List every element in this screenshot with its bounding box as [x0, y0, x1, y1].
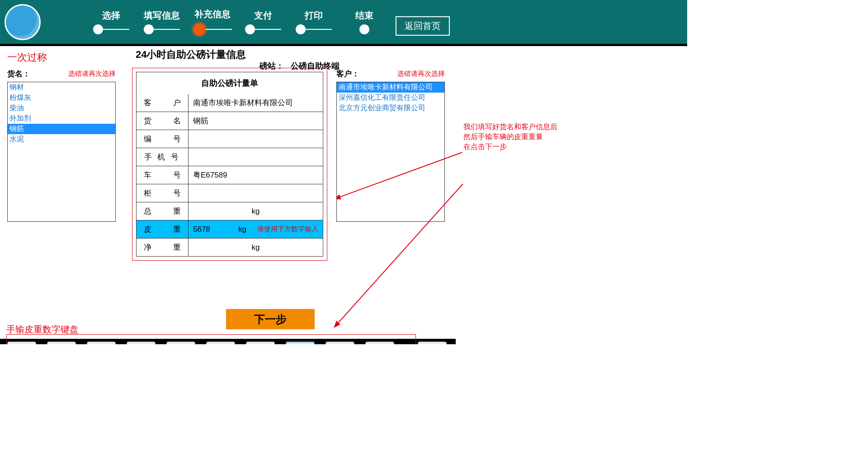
step-label: 填写信息 [144, 9, 180, 22]
step-fill-info: 填写信息 [137, 9, 187, 34]
goods-hint: 选错请再次选择 [68, 70, 116, 78]
serial-value[interactable] [189, 130, 323, 148]
key-backspace[interactable]: ← [418, 342, 447, 344]
step-indicator: 选择 填写信息 补充信息 支付 打印 结束 [86, 8, 390, 36]
row-container: 柜号 [136, 184, 323, 202]
step-label: 补充信息 [194, 8, 231, 20]
step-bubble-icon [193, 23, 206, 36]
tare-hint: 请使用下方数字输入 [257, 225, 318, 234]
customer-panel: 客户： 选错请再次选择 南通市埃唯卡新材料有限公司 深州嘉信化工有限责任公司 北… [336, 69, 445, 222]
step-select: 选择 [86, 9, 137, 34]
main-content: 一次过称 24小时自助公磅计量信息 磅站： 公磅自助终端 货名： 选错请再次选择… [0, 46, 687, 344]
phone-value[interactable] [189, 148, 323, 166]
list-item[interactable]: 深州嘉信化工有限责任公司 [337, 93, 444, 103]
page-title: 24小时自助公磅计量信息 [136, 48, 246, 61]
goods-value: 钢筋 [189, 112, 323, 130]
list-item[interactable]: 水泥 [8, 134, 115, 145]
key-1[interactable]: 1 [7, 342, 36, 344]
row-customer: 客户 南通市埃唯卡新材料有限公司 [136, 94, 323, 112]
step-bubble-icon [296, 24, 306, 34]
home-button[interactable]: 返回首页 [396, 16, 450, 36]
key-8[interactable]: 8 [286, 342, 315, 344]
form-title: 自助公磅计量单 [136, 72, 323, 94]
key-5[interactable]: 5 [166, 342, 195, 344]
row-goods: 货名 钢筋 [136, 112, 323, 130]
list-item[interactable]: 南通市埃唯卡新材料有限公司 [337, 82, 444, 93]
goods-list[interactable]: 钢材 粉煤灰 柴油 外加剂 钢筋 水泥 [7, 82, 116, 222]
list-item[interactable]: 钢材 [8, 82, 115, 93]
row-gross: 总重 kg [136, 202, 323, 220]
customer-label: 客户： [336, 69, 359, 79]
step-label: 支付 [254, 9, 272, 22]
step-label: 打印 [305, 9, 323, 22]
row-phone: 手 机 号 [136, 148, 323, 166]
key-7[interactable]: 7 [246, 342, 275, 344]
goods-label: 货名： [7, 69, 30, 79]
key-0[interactable]: 0 [365, 342, 394, 344]
customer-hint: 选错请再次选择 [397, 70, 445, 78]
step-pay: 支付 [238, 9, 288, 34]
list-item[interactable]: 柴油 [8, 103, 115, 113]
step-bubble-icon [359, 24, 369, 34]
goods-panel: 货名： 选错请再次选择 钢材 粉煤灰 柴油 外加剂 钢筋 水泥 [7, 69, 116, 222]
annotation-text: 我们填写好货名和客户信息后 然后手输车辆的皮重重量 在点击下一步 [463, 122, 557, 152]
tare-value[interactable]: 5678 kg 请使用下方数字输入 [189, 220, 323, 238]
list-item[interactable]: 钢筋 [8, 124, 115, 134]
step-bubble-icon [144, 24, 154, 34]
app-logo-icon [5, 4, 41, 40]
row-plate: 车号 粤E67589 [136, 166, 323, 184]
list-item[interactable]: 外加剂 [8, 113, 115, 124]
next-button[interactable]: 下一步 [226, 309, 315, 329]
step-bubble-icon [93, 24, 103, 34]
customer-value: 南通市埃唯卡新材料有限公司 [189, 94, 323, 112]
numeric-keyboard: 1 2 3 4 5 6 7 8 9 0 ← [7, 342, 447, 344]
step-supplement: 补充信息 [187, 8, 238, 36]
step-finish: 结束 [339, 9, 390, 34]
customer-panel-header: 客户： 选错请再次选择 [336, 69, 445, 79]
weighing-form: 自助公磅计量单 客户 南通市埃唯卡新材料有限公司 货名 钢筋 编号 手 机 号 … [132, 68, 327, 261]
key-2[interactable]: 2 [47, 342, 76, 344]
customer-list[interactable]: 南通市埃唯卡新材料有限公司 深州嘉信化工有限责任公司 北京方元创业商贸有限公司 [336, 82, 445, 222]
row-tare[interactable]: 皮重 5678 kg 请使用下方数字输入 [136, 220, 323, 239]
key-4[interactable]: 4 [127, 342, 156, 344]
gross-value: kg [189, 202, 323, 220]
key-3[interactable]: 3 [87, 342, 116, 344]
list-item[interactable]: 粉煤灰 [8, 93, 115, 103]
key-6[interactable]: 6 [206, 342, 235, 344]
step-label: 结束 [355, 9, 373, 22]
row-net: 净重 kg [136, 239, 323, 257]
container-value[interactable] [189, 184, 323, 202]
step-print: 打印 [288, 9, 339, 34]
plate-value[interactable]: 粤E67589 [189, 166, 323, 184]
row-serial: 编号 [136, 130, 323, 148]
net-value: kg [189, 239, 323, 256]
keyboard-title: 手输皮重数字键盘 [6, 323, 79, 336]
key-9[interactable]: 9 [326, 342, 354, 344]
step-label: 选择 [102, 9, 120, 22]
header-bar: 选择 填写信息 补充信息 支付 打印 结束 返回首页 [0, 0, 687, 46]
list-item[interactable]: 北京方元创业商贸有限公司 [337, 103, 444, 113]
goods-panel-header: 货名： 选错请再次选择 [7, 69, 116, 79]
page-subtitle: 一次过称 [7, 51, 47, 64]
step-bubble-icon [245, 24, 255, 34]
